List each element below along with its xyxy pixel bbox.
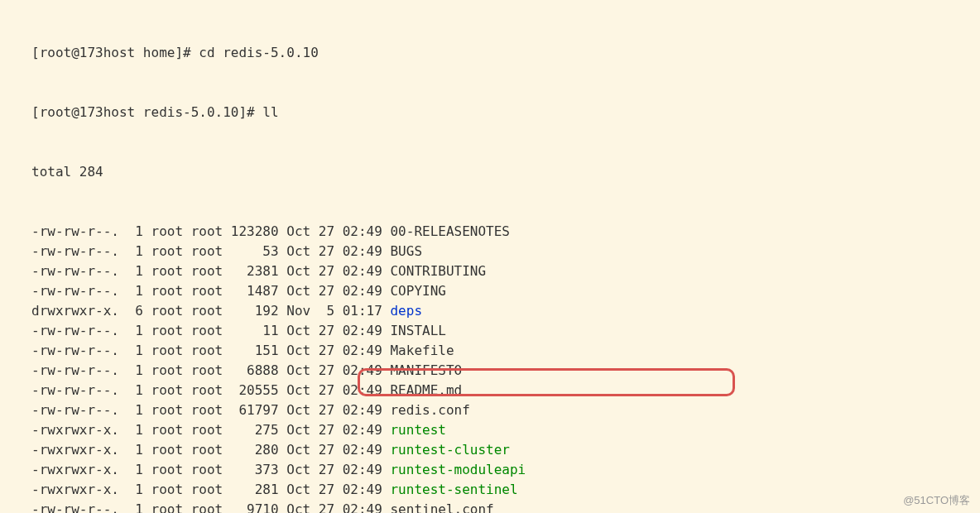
file-list: -rw-rw-r--. 1 root root 123280 Oct 27 02… [31,222,980,513]
file-name: redis.conf [390,402,469,418]
file-name: 00-RELEASENOTES [390,223,510,239]
file-meta: -rwxrwxr-x. 1 root root 275 Oct 27 02:49 [31,422,390,438]
file-name: deps [390,303,422,319]
file-row: drwxrwxr-x. 6 root root 192 Nov 5 01:17 … [31,301,980,321]
file-row: -rwxrwxr-x. 1 root root 275 Oct 27 02:49… [31,420,980,440]
file-row: -rwxrwxr-x. 1 root root 281 Oct 27 02:49… [31,480,980,500]
file-name: runtest [390,422,445,438]
file-row: -rw-rw-r--. 1 root root 6888 Oct 27 02:4… [31,361,980,381]
file-row: -rw-rw-r--. 1 root root 53 Oct 27 02:49 … [31,242,980,261]
file-row: -rw-rw-r--. 1 root root 61797 Oct 27 02:… [31,400,980,420]
file-row: -rw-rw-r--. 1 root root 123280 Oct 27 02… [31,222,980,242]
file-row: -rwxrwxr-x. 1 root root 280 Oct 27 02:49… [31,440,980,460]
file-meta: -rw-rw-r--. 1 root root 123280 Oct 27 02… [31,223,390,239]
file-meta: -rw-rw-r--. 1 root root 151 Oct 27 02:49 [31,343,390,358]
file-meta: drwxrwxr-x. 6 root root 192 Nov 5 01:17 [31,303,390,319]
prompt-ll: [root@173host redis-5.0.10]# ll [31,103,980,122]
file-meta: -rw-rw-r--. 1 root root 2381 Oct 27 02:4… [31,263,390,279]
file-name: BUGS [390,243,422,259]
file-row: -rw-rw-r--. 1 root root 1487 Oct 27 02:4… [31,281,980,301]
file-name: README.md [390,382,462,398]
watermark: @51CTO博客 [903,492,970,509]
file-name: sentinel.conf [390,501,493,513]
file-name: runtest-moduleapi [390,462,526,477]
file-meta: -rw-rw-r--. 1 root root 1487 Oct 27 02:4… [31,283,390,299]
file-name: CONTRIBUTING [390,263,486,279]
file-name: INSTALL [390,323,445,338]
file-name: MANIFESTO [390,362,462,378]
file-meta: -rwxrwxr-x. 1 root root 281 Oct 27 02:49 [31,482,390,497]
file-meta: -rwxrwxr-x. 1 root root 280 Oct 27 02:49 [31,442,390,458]
file-row: -rw-rw-r--. 1 root root 2381 Oct 27 02:4… [31,261,980,281]
file-row: -rw-rw-r--. 1 root root 9710 Oct 27 02:4… [31,500,980,513]
file-row: -rwxrwxr-x. 1 root root 373 Oct 27 02:49… [31,460,980,480]
file-meta: -rw-rw-r--. 1 root root 53 Oct 27 02:49 [31,243,390,259]
file-name: Makefile [390,343,454,358]
file-meta: -rw-rw-r--. 1 root root 9710 Oct 27 02:4… [31,501,390,513]
terminal-output[interactable]: [root@173host home]# cd redis-5.0.10 [ro… [0,3,980,513]
file-meta: -rw-rw-r--. 1 root root 6888 Oct 27 02:4… [31,362,390,378]
file-name: runtest-sentinel [390,482,517,497]
file-name: COPYING [390,283,445,299]
file-meta: -rw-rw-r--. 1 root root 20555 Oct 27 02:… [31,382,390,398]
total-line: total 284 [31,162,980,182]
file-row: -rw-rw-r--. 1 root root 11 Oct 27 02:49 … [31,321,980,341]
file-meta: -rwxrwxr-x. 1 root root 373 Oct 27 02:49 [31,462,390,477]
file-row: -rw-rw-r--. 1 root root 151 Oct 27 02:49… [31,341,980,361]
file-meta: -rw-rw-r--. 1 root root 11 Oct 27 02:49 [31,323,390,338]
prompt-cd: [root@173host home]# cd redis-5.0.10 [31,43,980,63]
file-name: runtest-cluster [390,442,510,458]
file-meta: -rw-rw-r--. 1 root root 61797 Oct 27 02:… [31,402,390,418]
file-row: -rw-rw-r--. 1 root root 20555 Oct 27 02:… [31,381,980,400]
